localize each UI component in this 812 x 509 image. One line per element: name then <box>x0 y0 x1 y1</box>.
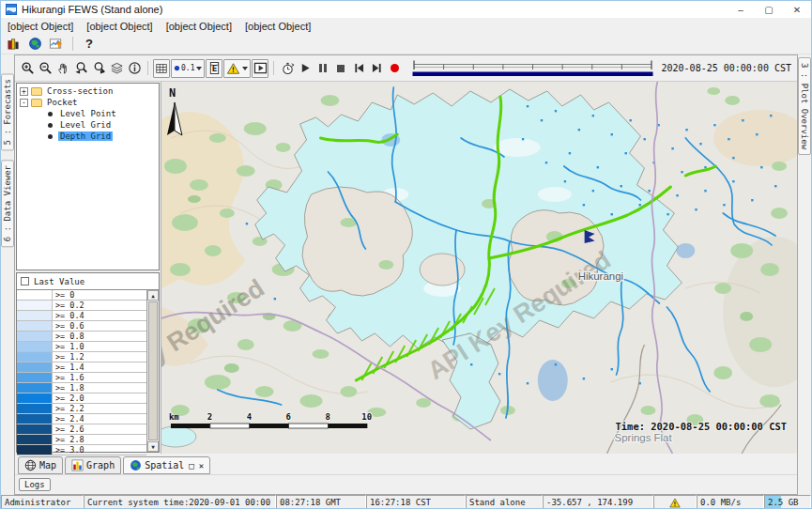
tree-item[interactable]: Level Point <box>17 108 159 119</box>
scroll-down-icon[interactable]: ▼ <box>147 441 159 452</box>
tab-graph[interactable]: Graph <box>65 456 121 474</box>
tree-item-label[interactable]: Cross-section <box>45 86 115 96</box>
tab-forecasts[interactable]: 5 : Forecasts <box>1 73 14 150</box>
legend-threshold-label: >= 0.8 <box>53 332 146 341</box>
main-toolbar: ? <box>1 34 811 54</box>
last-value-checkbox[interactable] <box>21 277 29 285</box>
status-system-time: Current system time:2020-09-01 00:00 CST <box>84 495 276 509</box>
step-back-icon[interactable] <box>350 59 367 78</box>
menu-item[interactable]: [object Object] <box>238 20 317 33</box>
logs-button[interactable]: Logs <box>19 478 51 491</box>
legend-classify-icon[interactable]: E <box>206 59 222 78</box>
tree-item[interactable]: Level Grid <box>17 119 159 131</box>
close-button[interactable]: ✕ <box>783 1 811 18</box>
legend-scrollbar[interactable]: ▲ ▼ <box>146 290 159 452</box>
legend-color-swatch <box>17 393 53 403</box>
legend-color-swatch <box>17 290 53 300</box>
timeline-slider[interactable] <box>411 59 654 78</box>
svg-text:E: E <box>212 63 218 73</box>
pan-icon[interactable] <box>54 59 71 78</box>
tab-close-icon[interactable]: ✕ <box>199 461 204 470</box>
last-value-label: Last Value <box>34 277 84 286</box>
status-warning-cell[interactable] <box>653 495 697 509</box>
svg-text:km: km <box>169 412 179 422</box>
open-display-icon[interactable] <box>252 59 268 78</box>
tree-item-label[interactable]: Level Point <box>58 109 118 118</box>
zoom-previous-icon[interactable] <box>72 59 89 78</box>
pause-icon[interactable] <box>314 59 331 78</box>
tree-expander[interactable]: + <box>20 87 28 96</box>
tab-maximize-icon[interactable]: □ <box>189 461 193 470</box>
legend-threshold-label: >= 2.0 <box>53 393 146 403</box>
maximize-button[interactable]: ▢ <box>755 1 783 18</box>
grid-display-icon[interactable] <box>4 35 23 53</box>
legend-table: >= 0 >= 0.2 >= 0.4 <box>17 289 159 452</box>
status-coordinates: -35.657 , 174.199 <box>543 495 653 509</box>
tab-graph-label: Graph <box>86 460 115 470</box>
zoom-out-icon[interactable] <box>37 59 54 78</box>
record-icon[interactable] <box>386 59 403 78</box>
step-forward-icon[interactable] <box>368 59 385 78</box>
scroll-thumb[interactable] <box>148 301 158 440</box>
legend-row: >= 2.0 <box>17 393 146 404</box>
help-icon[interactable]: ? <box>80 35 99 53</box>
tree-expander[interactable]: - <box>20 99 28 107</box>
left-tabstrip: 5 : Forecasts 6 : Data Viewer <box>1 54 14 495</box>
tree-item-label[interactable]: Pocket <box>45 98 80 107</box>
tree-item-label[interactable]: Depth Grid <box>58 131 113 141</box>
tree-item[interactable]: Depth Grid <box>17 131 159 142</box>
tab-spatial-label: Spatial <box>145 460 184 470</box>
window-title: Hikurangi FEWS (Stand alone) <box>22 4 162 15</box>
legend-color-swatch <box>17 373 53 382</box>
warning-dropdown-icon[interactable] <box>223 59 251 78</box>
svg-text:6: 6 <box>286 412 291 422</box>
legend-color-swatch <box>17 404 53 413</box>
window-controls: – ▢ ✕ <box>727 1 811 18</box>
zoom-next-icon[interactable] <box>90 59 107 78</box>
timeseries-display-icon[interactable] <box>47 35 66 53</box>
legend-row: >= 0.8 <box>17 332 146 342</box>
tab-spatial[interactable]: Spatial □ ✕ <box>123 456 210 474</box>
status-user: Administrator <box>1 495 84 509</box>
tree-item[interactable]: - Pocket <box>17 97 159 108</box>
layers-tree: + Cross-section - Pocket <box>16 83 160 270</box>
status-transfer-rate: 0.0 MB/s <box>697 495 764 509</box>
tab-map-label: Map <box>39 460 56 470</box>
tree-item-label[interactable]: Level Grid <box>58 120 113 130</box>
legend-threshold-label: >= 1.6 <box>53 373 146 382</box>
info-icon[interactable] <box>126 59 143 78</box>
map-canvas[interactable]: API Key Required API Key Required Hikura… <box>161 82 797 454</box>
legend-threshold-label: >= 2.2 <box>53 404 146 413</box>
threshold-dropdown[interactable]: 0.1 <box>171 59 205 78</box>
legend-row: >= 2.4 <box>17 414 146 424</box>
legend-color-swatch <box>17 362 53 372</box>
minimize-button[interactable]: – <box>727 1 755 18</box>
zoom-in-icon[interactable] <box>19 59 36 78</box>
menu-item[interactable]: [object Object] <box>160 20 238 33</box>
animation-settings-icon[interactable] <box>279 59 296 78</box>
tree-item[interactable]: + Cross-section <box>17 85 159 97</box>
timeline-date-label: 2020-08-25 00:00:00 CST <box>662 63 793 73</box>
grid-icon[interactable] <box>153 59 170 78</box>
svg-text:10: 10 <box>361 412 372 422</box>
map-display-icon[interactable] <box>25 35 44 53</box>
scroll-up-icon[interactable]: ▲ <box>147 290 159 301</box>
layers-icon[interactable] <box>108 59 125 78</box>
layer-bullet-icon <box>48 123 53 128</box>
legend-color-swatch <box>17 311 53 320</box>
titlebar: Hikurangi FEWS (Stand alone) – ▢ ✕ <box>1 1 811 18</box>
tab-plot-overview[interactable]: 3 : Plot Overview <box>798 57 811 155</box>
play-icon[interactable] <box>297 59 314 78</box>
tab-map[interactable]: Map <box>18 456 63 474</box>
menu-item[interactable]: [object Object] <box>1 20 80 33</box>
toolbar-separator <box>72 37 73 51</box>
threshold-dot-icon <box>174 65 180 71</box>
legend-row: >= 2.6 <box>17 424 146 435</box>
menu-item[interactable]: [object Object] <box>80 20 159 33</box>
legend-row: >= 0 <box>17 290 146 301</box>
legend-color-swatch <box>17 332 53 341</box>
tab-data-viewer[interactable]: 6 : Data Viewer <box>1 160 14 247</box>
bottom-tabs: Map Graph Spatial □ ✕ <box>15 454 797 474</box>
stop-icon[interactable] <box>332 59 349 78</box>
legend-color-swatch <box>17 352 53 362</box>
